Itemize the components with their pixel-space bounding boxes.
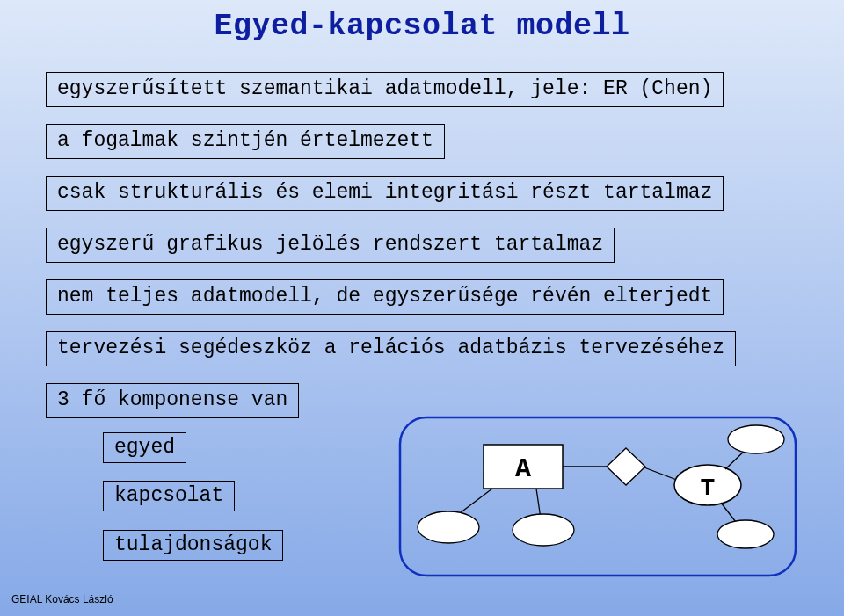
attribute-ellipse-1 — [418, 511, 479, 543]
statement-box-1: egyszerűsített szemantikai adatmodell, j… — [46, 72, 724, 107]
footer-credit: GEIAL Kovács László — [11, 593, 113, 605]
entity-node: A — [484, 445, 563, 489]
component-relationship: kapcsolat — [103, 481, 235, 511]
statement-box-2: a fogalmak szintjén értelmezett — [46, 124, 445, 159]
attr-entity-label: T — [701, 475, 716, 502]
statement-box-3: csak strukturális és elemi integritási r… — [46, 176, 724, 211]
component-attributes: tulajdonságok — [103, 530, 283, 561]
attribute-ellipse-2 — [513, 514, 574, 546]
er-diagram: A T — [396, 413, 800, 584]
statement-box-5: nem teljes adatmodell, de egyszerűsége r… — [46, 279, 724, 315]
attribute-ellipse-3 — [728, 425, 784, 453]
relationship-diamond — [607, 448, 645, 485]
page-title: Egyed-kapcsolat modell — [0, 9, 844, 44]
statement-box-6: tervezési segédeszköz a relációs adatbáz… — [46, 331, 736, 366]
statement-box-4: egyszerű grafikus jelölés rendszert tart… — [46, 228, 615, 263]
entity-label: A — [515, 454, 531, 484]
statement-box-7: 3 fő komponense van — [46, 383, 299, 418]
component-entity: egyed — [103, 432, 186, 463]
attribute-ellipse-4 — [717, 520, 774, 548]
attr-entity-node: T — [674, 465, 741, 505]
